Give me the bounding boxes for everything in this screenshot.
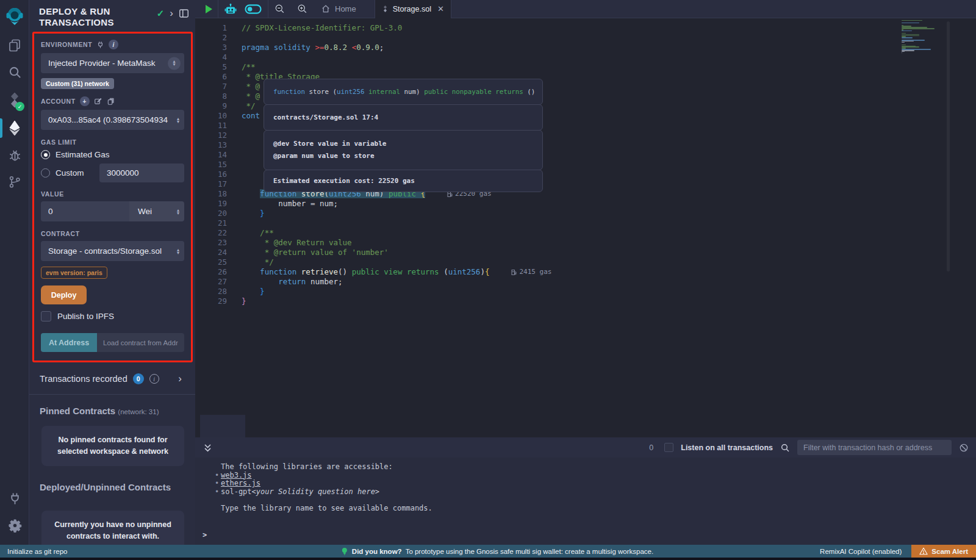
custom-gas-radio[interactable] (41, 168, 50, 178)
deploy-run-panel: DEPLOY & RUN TRANSACTIONS ✓ › ENVIRONMEN… (29, 0, 195, 545)
value-input[interactable] (41, 201, 129, 221)
terminal-output[interactable]: The following libraries are accessible: … (195, 458, 976, 545)
collapse-panel-icon[interactable]: › (170, 10, 173, 16)
minimap[interactable] (902, 20, 939, 54)
account-select[interactable]: 0xA03...85ac4 (0.398673504934 ▴▾ (41, 110, 184, 130)
run-script-button[interactable] (200, 0, 218, 18)
environment-info-icon[interactable]: i (109, 40, 118, 49)
sidebar-item-plugin-manager[interactable] (0, 485, 29, 512)
account-label-row: ACCOUNT + (41, 96, 184, 106)
terminal-header: 0 Listen on all transactions (195, 437, 976, 458)
sidebar-item-settings[interactable] (0, 512, 29, 539)
environment-value: Injected Provider - MetaMask (48, 59, 156, 68)
code-line[interactable]: 2 (195, 33, 976, 43)
git-init-button[interactable]: Initialize as git repo (7, 548, 67, 555)
publish-ipfs-checkbox[interactable] (41, 311, 51, 321)
tab-storage-sol[interactable]: Storage.sol ✕ (375, 0, 451, 18)
editor-bottom-widget (200, 415, 245, 437)
web3-link[interactable]: web3.js (221, 472, 252, 480)
tab-close-icon[interactable]: ✕ (437, 4, 444, 13)
copilot-toggle[interactable] (243, 0, 268, 18)
code-line[interactable]: 1// SPDX-License-Identifier: GPL-3.0 (195, 23, 976, 33)
copilot-status[interactable]: RemixAI Copilot (enabled) (820, 548, 902, 555)
code-line[interactable]: 25 */ (195, 257, 976, 267)
value-unit-select[interactable]: Wei ▴▾ (129, 201, 184, 221)
terminal-prompt[interactable]: > (203, 531, 976, 540)
code-line[interactable]: 26 function retrieve() public view retur… (195, 267, 976, 277)
custom-gas-input[interactable] (99, 163, 184, 182)
tooltip-gas-cost: Estimated execution cost: 22520 gas (264, 170, 543, 192)
custom-gas-option[interactable]: Custom (41, 163, 184, 182)
zoom-out-button[interactable] (268, 0, 291, 18)
ai-copilot-button[interactable] (218, 0, 243, 18)
terminal-filter-input[interactable] (797, 440, 952, 455)
gas-estimate-widget: 2415 gas (511, 267, 551, 277)
transactions-expand-icon[interactable]: › (178, 373, 182, 385)
environment-label-row: ENVIRONMENT i (41, 40, 184, 49)
bullet: • (215, 488, 221, 497)
contract-select[interactable]: Storage - contracts/Storage.sol ▴▾ (41, 241, 184, 261)
code-line[interactable]: 24 * @return value of 'number' (195, 248, 976, 257)
code-line[interactable]: 3pragma solidity >=0.8.2 <0.9.0; (195, 43, 976, 52)
publish-ipfs-row[interactable]: Publish to IPFS (41, 311, 184, 321)
code-line[interactable]: 29} (195, 296, 976, 306)
sidebar-item-search[interactable] (0, 59, 29, 85)
estimated-gas-radio[interactable] (41, 150, 50, 159)
sidebar-item-file-explorer[interactable] (0, 32, 29, 59)
tooltip-doc-param: @param num value to store (273, 150, 533, 162)
at-address-button[interactable]: At Address (41, 333, 97, 352)
transactions-info-icon[interactable]: i (149, 374, 159, 384)
transactions-recorded-label: Transactions recorded (40, 374, 127, 384)
deploy-run-icon (7, 120, 22, 136)
add-account-icon[interactable]: + (80, 96, 90, 106)
code-editor[interactable]: 1// SPDX-License-Identifier: GPL-3.023pr… (195, 18, 976, 437)
code-line[interactable]: 28 } (195, 287, 976, 296)
sign-message-icon[interactable] (94, 97, 102, 106)
code-line[interactable]: 21 (195, 218, 976, 228)
zoom-in-icon (296, 3, 308, 15)
code-line[interactable]: 22 /** (195, 228, 976, 238)
deploy-form-annotation-box: ENVIRONMENT i Injected Provider - MetaMa… (32, 32, 193, 362)
code-line[interactable]: 23 * @dev Return value (195, 238, 976, 248)
rail-bottom-group (0, 485, 29, 539)
icon-rail: ✓ (0, 0, 29, 545)
did-you-know-tip: Did you know? To prototype using the Gno… (341, 547, 653, 556)
account-stepper-icon: ▴▾ (177, 117, 179, 123)
sidebar-item-debugger[interactable] (0, 142, 29, 168)
home-tab[interactable]: Home (314, 0, 364, 18)
gas-limit-label: GAS LIMIT (41, 138, 184, 146)
code-line[interactable]: 20 } (195, 209, 976, 218)
sidebar-item-solidity-compiler[interactable]: ✓ (0, 85, 29, 115)
compiled-check-icon: ✓ (157, 8, 165, 19)
terminal-search-icon[interactable] (780, 443, 790, 453)
environment-select[interactable]: Injected Provider - MetaMask ▴▾ (41, 53, 184, 73)
at-address-input[interactable] (97, 333, 184, 352)
ethers-link[interactable]: ethers.js (221, 479, 260, 488)
expand-terminal-icon[interactable] (203, 442, 213, 453)
pin-panel-icon[interactable] (179, 9, 189, 18)
estimated-gas-label: Estimated Gas (56, 150, 110, 159)
code-line[interactable]: 19 number = num; (195, 199, 976, 209)
publish-ipfs-label: Publish to IPFS (57, 312, 114, 321)
estimated-gas-option[interactable]: Estimated Gas (41, 150, 184, 159)
listen-all-checkbox[interactable] (664, 443, 673, 452)
tooltip-doc: @dev Store value in variable @param num … (264, 130, 543, 170)
clear-console-icon[interactable] (959, 443, 969, 453)
contract-label: CONTRACT (41, 230, 184, 237)
sidebar-item-git[interactable] (0, 168, 29, 195)
code-line[interactable]: 27 return number; (195, 277, 976, 287)
tooltip-file-path: contracts/Storage.sol 17:4 (264, 104, 543, 131)
zoom-in-button[interactable] (291, 0, 314, 18)
bullet: • (215, 472, 221, 480)
code-line[interactable]: 4 (195, 52, 976, 62)
deploy-button[interactable]: Deploy (41, 285, 87, 304)
remix-logo[interactable] (0, 0, 29, 32)
scam-alert-button[interactable]: Scam Alert (911, 545, 976, 558)
sidebar-item-deploy-run[interactable] (0, 115, 29, 142)
tooltip-doc-dev: @dev Store value in variable (273, 138, 533, 150)
copy-address-icon[interactable] (107, 97, 115, 106)
robot-icon (224, 4, 237, 15)
plug-small-icon[interactable] (96, 41, 104, 49)
code-line[interactable]: 5/** (195, 62, 976, 72)
editor-scrollbar[interactable] (947, 21, 950, 271)
